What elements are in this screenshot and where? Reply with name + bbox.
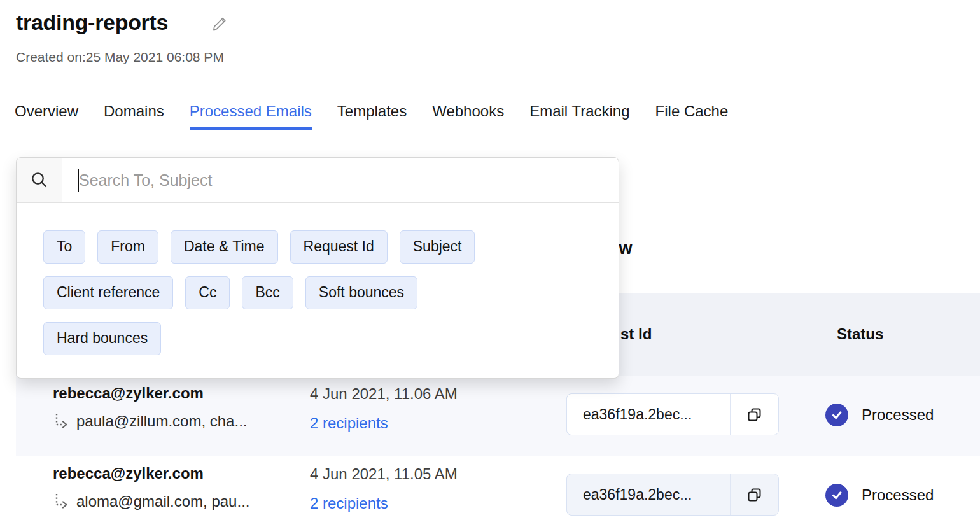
status-label: Processed [862,406,934,424]
created-on-text: Created on:25 May 2021 06:08 PM [16,50,224,65]
filter-chip-bcc[interactable]: Bcc [242,276,293,309]
reply-arrow-icon [53,412,70,430]
filter-chip-hard-bounces[interactable]: Hard bounces [43,322,161,355]
search-filter-chips: To From Date & Time Request Id Subject C… [17,203,545,355]
search-input-wrap [62,158,619,202]
search-icon [30,171,49,190]
filter-chip-from[interactable]: From [97,230,158,264]
search-row [17,158,619,203]
from-email: rebecca@zylker.com [53,465,204,482]
tab-bar: Overview Domains Processed Emails Templa… [0,93,980,130]
filter-chip-cc[interactable]: Cc [185,276,230,309]
to-line: aloma@gmail.com, pau... [53,493,249,510]
processed-datetime: 4 Jun 2021, 11.05 AM [310,465,458,483]
request-id-box: ea36f19a.2bec... [566,393,779,435]
tab-webhooks[interactable]: Webhooks [432,93,504,130]
status-badge: Processed [825,404,934,426]
pencil-icon [211,15,228,32]
tab-email-tracking[interactable]: Email Tracking [529,93,629,130]
status-badge: Processed [825,484,934,507]
search-dropdown-panel: To From Date & Time Request Id Subject C… [16,157,619,379]
filter-chip-to[interactable]: To [43,230,85,264]
status-label: Processed [862,486,934,504]
copy-icon [746,406,763,423]
status-column-header: Status [837,325,883,343]
copy-icon [746,486,763,503]
to-line: paula@zillum.com, cha... [53,412,247,430]
from-email: rebecca@zylker.com [53,384,204,402]
tab-domains[interactable]: Domains [104,93,164,130]
filter-chip-soft-bounces[interactable]: Soft bounces [305,276,417,309]
tab-overview[interactable]: Overview [15,93,78,130]
filter-chip-request-id[interactable]: Request Id [290,230,388,264]
recipients-link[interactable]: 2 recipients [310,414,388,432]
processed-datetime: 4 Jun 2021, 11.06 AM [310,385,458,403]
page-title: trading-reports [16,10,168,35]
recipients-link[interactable]: 2 recipients [310,495,388,512]
filter-chip-date-time[interactable]: Date & Time [171,230,278,264]
app-canvas: trading-reports Created on:25 May 2021 0… [0,0,980,527]
processed-check-icon [825,404,848,426]
table-row[interactable]: rebecca@zylker.com paula@zillum.com, cha… [16,376,980,456]
to-preview: aloma@gmail.com, pau... [76,493,249,510]
request-id-column-header: st Id [620,325,652,343]
request-id-value: ea36f19a.2bec... [567,474,730,515]
tab-templates[interactable]: Templates [337,93,407,130]
filter-chip-subject[interactable]: Subject [400,230,475,264]
edit-title-button[interactable] [211,15,228,35]
filter-chip-client-reference[interactable]: Client reference [43,276,173,309]
table-row[interactable]: rebecca@zylker.com aloma@gmail.com, pau.… [16,456,980,527]
text-cursor [78,169,79,192]
search-icon-cell [17,158,62,202]
search-input[interactable] [62,158,619,202]
to-preview: paula@zillum.com, cha... [76,412,247,430]
request-id-value: ea36f19a.2bec... [567,394,730,435]
copy-request-id-button[interactable] [730,474,778,515]
tab-processed-emails[interactable]: Processed Emails [190,93,312,130]
reply-arrow-icon [53,493,70,510]
copy-request-id-button[interactable] [730,394,778,435]
processed-check-icon [825,484,848,507]
request-id-box: ea36f19a.2bec... [566,474,779,516]
tab-file-cache[interactable]: File Cache [655,93,729,130]
tabs: Overview Domains Processed Emails Templa… [15,93,980,130]
